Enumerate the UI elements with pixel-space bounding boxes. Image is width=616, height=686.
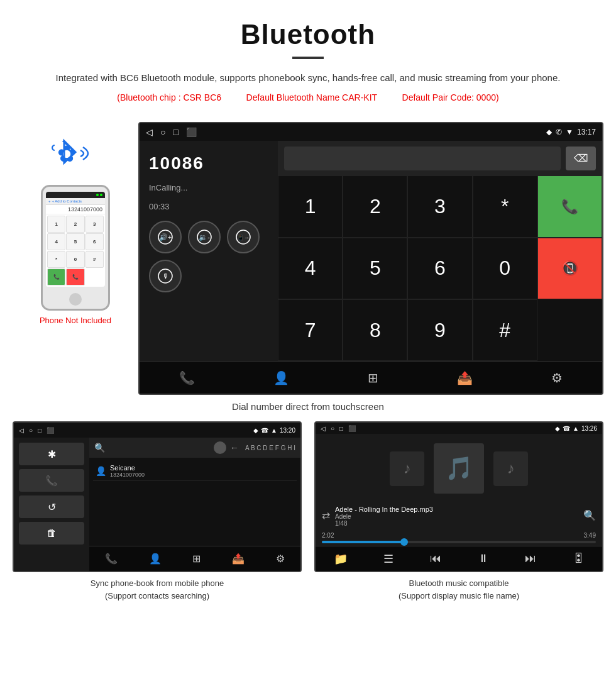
music-card: ◁ ○ □ ⬛ ◆ ☎ ▲ 13:26 ♪ bbox=[314, 421, 603, 602]
car-nav-icons: ◁ ○ □ ⬛ bbox=[146, 127, 197, 137]
pb-bottom-contacts[interactable]: 👤 bbox=[149, 553, 162, 565]
key-6[interactable]: 6 bbox=[407, 238, 472, 299]
title-divider bbox=[292, 57, 324, 59]
music-content: ♪ 🎵 ♪ ⇄ Adele - Rolling In the Deep.mp3 … bbox=[316, 434, 602, 571]
dial-input-box[interactable] bbox=[284, 147, 561, 170]
music-progress-bar[interactable] bbox=[322, 541, 596, 543]
back-arrow-icon[interactable]: ← bbox=[230, 443, 239, 453]
key-3[interactable]: 3 bbox=[407, 175, 472, 237]
key-hash[interactable]: # bbox=[473, 299, 537, 361]
end-call-button[interactable]: 📵 bbox=[537, 238, 602, 299]
music-note-small-right-icon: ♪ bbox=[507, 460, 515, 477]
music-search-icon[interactable]: 🔍 bbox=[583, 509, 596, 521]
page-header: Bluetooth Integrated with BC6 Bluetooth … bbox=[0, 0, 616, 116]
pb-status-bar: ◁ ○ □ ⬛ ◆ ☎ ▲ 13:20 bbox=[14, 423, 300, 438]
key-9[interactable]: 9 bbox=[407, 299, 472, 361]
key-1[interactable]: 1 bbox=[278, 175, 343, 237]
key-7[interactable]: 7 bbox=[278, 299, 343, 361]
phone-mockup: + + Add to Contacts 13241007000 1 2 3 4 … bbox=[41, 185, 110, 311]
music-track-details: Adele - Rolling In the Deep.mp3 Adele 1/… bbox=[335, 503, 583, 527]
music-nav-recent[interactable]: □ bbox=[339, 425, 343, 432]
svg-text:🎙: 🎙 bbox=[162, 272, 169, 280]
call-status: InCalling... bbox=[149, 183, 268, 192]
nav-back-icon[interactable]: ◁ bbox=[146, 127, 153, 137]
pb-bottom-transfer[interactable]: 📤 bbox=[232, 553, 245, 565]
key-8[interactable]: 8 bbox=[343, 299, 407, 361]
music-folder-icon[interactable]: 📁 bbox=[334, 552, 348, 566]
key-0[interactable]: 0 bbox=[473, 238, 537, 299]
music-list-icon[interactable]: ☰ bbox=[383, 552, 393, 566]
key-2[interactable]: 2 bbox=[343, 175, 407, 237]
phone-key-6[interactable]: 6 bbox=[85, 233, 104, 250]
dial-controls: 🔊+ 🔉- 📱→ bbox=[149, 221, 268, 292]
pb-nav-recent[interactable]: □ bbox=[38, 427, 41, 434]
volume-down-button[interactable]: 🔉- bbox=[188, 221, 221, 253]
music-nav-back[interactable]: ◁ bbox=[321, 425, 326, 432]
phone-key-5[interactable]: 5 bbox=[66, 233, 84, 250]
car-settings-icon[interactable]: ⚙ bbox=[551, 370, 563, 385]
pb-delete-icon[interactable]: 🗑 bbox=[19, 522, 84, 545]
pb-nav-back[interactable]: ◁ bbox=[19, 427, 24, 434]
phone-call-button[interactable]: 📞 bbox=[47, 268, 65, 285]
car-keypad-icon[interactable]: ⊞ bbox=[368, 370, 378, 385]
music-caption-line2: (Support display music file name) bbox=[314, 590, 603, 602]
car-transfer-icon[interactable]: 📤 bbox=[457, 370, 473, 385]
pb-call-icon[interactable]: 📞 bbox=[19, 469, 84, 492]
phone-key-2[interactable]: 2 bbox=[66, 216, 84, 233]
car-call-icon[interactable]: 📞 bbox=[179, 370, 195, 385]
nav-app-icon[interactable]: ⬛ bbox=[186, 127, 197, 137]
header-specs: (Bluetooth chip : CSR BC6 Default Blueto… bbox=[38, 91, 578, 104]
contact-info: Seicane 13241007000 bbox=[110, 464, 145, 478]
music-eq-icon[interactable]: 🎛 bbox=[573, 552, 584, 565]
phone-status-dot2 bbox=[100, 194, 102, 196]
music-next-icon[interactable]: ⏭ bbox=[525, 552, 536, 565]
pb-sync-icon[interactable]: ↺ bbox=[19, 495, 84, 518]
dial-backspace-button[interactable]: ⌫ bbox=[566, 147, 596, 170]
phone-key-0[interactable]: 0 bbox=[66, 251, 84, 268]
mute-button[interactable]: 🎙 bbox=[149, 260, 182, 292]
key-star[interactable]: * bbox=[473, 175, 537, 237]
music-prev-icon[interactable]: ⏮ bbox=[430, 552, 441, 565]
time-current: 2:02 bbox=[322, 532, 334, 539]
pb-nav-home[interactable]: ○ bbox=[29, 427, 33, 434]
volume-down-icon: 🔉- bbox=[197, 230, 212, 245]
phone-key-3[interactable]: 3 bbox=[85, 216, 104, 233]
pb-bluetooth-icon[interactable]: ✱ bbox=[19, 443, 84, 465]
volume-up-button[interactable]: 🔊+ bbox=[149, 221, 182, 253]
main-caption: Dial number direct from touchscreen bbox=[0, 401, 616, 412]
spec-name: Default Bluetooth Name CAR-KIT bbox=[246, 92, 378, 102]
car-status-bar: ◁ ○ □ ⬛ ◆ ✆ ▼ 13:17 bbox=[140, 123, 602, 141]
search-dot bbox=[214, 441, 226, 454]
phone-screen: + + Add to Contacts 13241007000 1 2 3 4 … bbox=[46, 192, 105, 287]
music-play-pause-icon[interactable]: ⏸ bbox=[478, 552, 489, 565]
pb-bottom-keypad[interactable]: ⊞ bbox=[192, 553, 201, 565]
phone-content: + + Add to Contacts 13241007000 1 2 3 4 … bbox=[46, 198, 105, 287]
shuffle-icon[interactable]: ⇄ bbox=[322, 509, 330, 521]
transfer-button[interactable]: 📱→ bbox=[227, 221, 260, 253]
key-4[interactable]: 4 bbox=[278, 238, 343, 299]
pb-nav-icons: ◁ ○ □ ⬛ bbox=[19, 427, 54, 434]
music-nav-home[interactable]: ○ bbox=[331, 425, 334, 432]
pb-bottom-bar: 📞 👤 ⊞ 📤 ⚙ bbox=[89, 546, 300, 571]
phonebook-screen: ◁ ○ □ ⬛ ◆ ☎ ▲ 13:20 ✱ 📞 ↺ 🗑 bbox=[13, 421, 302, 572]
music-nav-app[interactable]: ⬛ bbox=[348, 425, 356, 432]
bottom-section: ◁ ○ □ ⬛ ◆ ☎ ▲ 13:20 ✱ 📞 ↺ 🗑 bbox=[0, 421, 616, 602]
phone-end-button[interactable]: 📞 bbox=[66, 268, 84, 285]
phone-key-star[interactable]: * bbox=[47, 251, 65, 268]
nav-home-icon[interactable]: ○ bbox=[160, 127, 165, 137]
pb-bottom-call[interactable]: 📞 bbox=[105, 553, 118, 565]
phone-home-button[interactable] bbox=[69, 293, 82, 306]
contact-item[interactable]: 👤 Seicane 13241007000 bbox=[93, 462, 297, 481]
bluetooth-svg-icon bbox=[44, 135, 101, 172]
phone-key-4[interactable]: 4 bbox=[47, 233, 65, 250]
car-status-indicators: ◆ ✆ ▼ 13:17 bbox=[546, 128, 596, 136]
nav-recent-icon[interactable]: □ bbox=[173, 127, 178, 137]
pb-bottom-settings[interactable]: ⚙ bbox=[276, 553, 285, 565]
phone-key-hash[interactable]: # bbox=[85, 251, 104, 268]
pb-nav-app[interactable]: ⬛ bbox=[47, 427, 54, 434]
call-button[interactable]: 📞 bbox=[537, 175, 602, 237]
phone-key-1[interactable]: 1 bbox=[47, 216, 65, 233]
contact-name: Seicane bbox=[110, 464, 145, 472]
key-5[interactable]: 5 bbox=[343, 238, 407, 299]
car-contacts-icon[interactable]: 👤 bbox=[273, 370, 289, 385]
